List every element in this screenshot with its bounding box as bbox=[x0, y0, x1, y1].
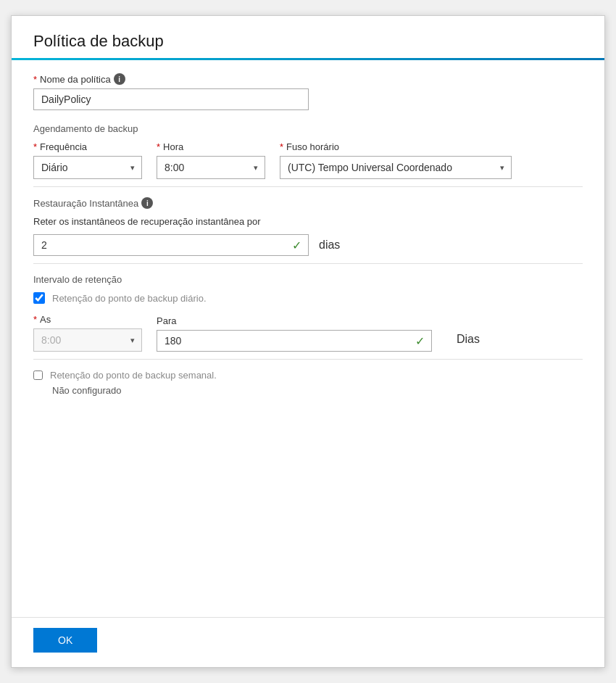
hora-select[interactable]: 8:00 9:00 10:00 bbox=[157, 156, 265, 179]
fuso-star: * bbox=[280, 141, 283, 152]
fuso-label: * Fuso horário bbox=[280, 141, 512, 152]
hora-label: * Hora bbox=[157, 141, 265, 152]
para-col: Para ✓ bbox=[157, 315, 432, 352]
not-configured-label: Não configurado bbox=[52, 385, 583, 396]
as-select[interactable]: 8:00 9:00 bbox=[33, 328, 142, 352]
instant-restore-info-icon[interactable]: i bbox=[141, 197, 153, 209]
policy-name-input[interactable] bbox=[33, 88, 309, 110]
frequency-select[interactable]: Diário Semanal Mensal bbox=[33, 156, 142, 179]
instant-restore-label: Restauração Instantânea bbox=[33, 198, 138, 209]
fuso-label-text: Fuso horário bbox=[286, 141, 339, 152]
daily-backup-label: Retenção do ponto de backup diário. bbox=[52, 293, 207, 304]
retain-snapshots-label: Reter os instantâneos de recuperação ins… bbox=[33, 216, 583, 227]
fuso-col: * Fuso horário (UTC) Tempo Universal Coo… bbox=[280, 141, 512, 179]
para-check-icon: ✓ bbox=[415, 334, 425, 348]
fuso-wrapper: (UTC) Tempo Universal Coordenado ▾ bbox=[280, 156, 512, 179]
policy-name-group: * Nome da política i bbox=[33, 73, 583, 110]
dialog-footer: OK bbox=[12, 617, 604, 667]
weekly-backup-label: Retenção do ponto de backup semanal. bbox=[50, 370, 217, 381]
retention-interval-label: Intervalo de retenção bbox=[33, 274, 583, 285]
frequency-label: * Frequência bbox=[33, 141, 142, 152]
frequency-label-text: Frequência bbox=[40, 141, 87, 152]
dialog-body: * Nome da política i Agendamento de back… bbox=[12, 60, 604, 617]
schedule-label: Agendamento de backup bbox=[33, 123, 583, 134]
instant-restore-title: Restauração Instantânea i bbox=[33, 197, 583, 209]
retain-dias-label: dias bbox=[319, 239, 340, 252]
backup-policy-dialog: Política de backup * Nome da política i … bbox=[11, 15, 605, 668]
hora-star: * bbox=[157, 141, 160, 152]
retention-section: Intervalo de retenção Retenção do ponto … bbox=[33, 274, 583, 352]
required-star: * bbox=[33, 74, 37, 85]
as-wrapper: 8:00 9:00 ▾ bbox=[33, 328, 142, 352]
dialog-title: Política de backup bbox=[12, 16, 604, 58]
as-label: * As bbox=[33, 314, 142, 325]
retain-input-wrap: ✓ bbox=[33, 234, 309, 256]
schedule-fields-row: * Frequência Diário Semanal Mensal ▾ * H… bbox=[33, 141, 583, 179]
as-label-text: As bbox=[40, 314, 51, 325]
info-icon[interactable]: i bbox=[114, 73, 125, 85]
weekly-backup-row: Retenção do ponto de backup semanal. bbox=[33, 370, 583, 381]
hora-wrapper: 8:00 9:00 10:00 ▾ bbox=[157, 156, 265, 179]
frequency-col: * Frequência Diário Semanal Mensal ▾ bbox=[33, 141, 142, 179]
retain-check-icon: ✓ bbox=[292, 239, 301, 252]
retain-snapshots-row: ✓ dias bbox=[33, 234, 583, 256]
as-para-row: * As 8:00 9:00 ▾ Para ✓ bbox=[33, 314, 583, 352]
daily-backup-checkbox[interactable] bbox=[33, 292, 45, 304]
as-star: * bbox=[33, 314, 37, 325]
as-col: * As 8:00 9:00 ▾ bbox=[33, 314, 142, 352]
hora-label-text: Hora bbox=[163, 141, 183, 152]
para-input-wrap: ✓ bbox=[157, 330, 432, 352]
weekly-backup-checkbox[interactable] bbox=[33, 371, 43, 380]
fuso-select[interactable]: (UTC) Tempo Universal Coordenado bbox=[280, 156, 512, 179]
freq-star: * bbox=[33, 141, 37, 152]
hora-col: * Hora 8:00 9:00 10:00 ▾ bbox=[157, 141, 265, 179]
para-label: Para bbox=[157, 315, 432, 326]
para-unit-label: Dias bbox=[457, 333, 480, 346]
policy-name-label: * Nome da política i bbox=[33, 73, 583, 85]
ok-button[interactable]: OK bbox=[33, 628, 97, 653]
daily-backup-row: Retenção do ponto de backup diário. bbox=[33, 292, 583, 304]
divider-2 bbox=[33, 263, 583, 264]
divider-3 bbox=[33, 359, 583, 360]
divider-1 bbox=[33, 186, 583, 187]
policy-name-label-text: Nome da política bbox=[40, 74, 111, 85]
frequency-wrapper: Diário Semanal Mensal ▾ bbox=[33, 156, 142, 179]
retain-days-input[interactable] bbox=[33, 234, 309, 256]
para-input[interactable] bbox=[157, 330, 432, 352]
